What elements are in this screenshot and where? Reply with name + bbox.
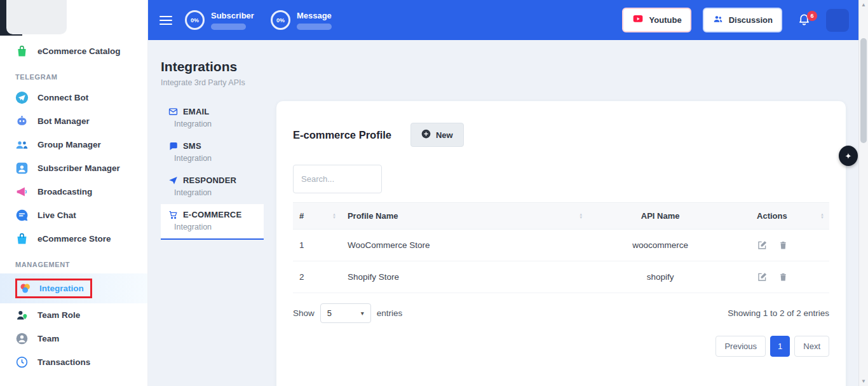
message-stat: 0% Message [271,10,332,30]
robot-icon [15,114,29,128]
column-header-profile-name[interactable]: Profile Name ▲▼ [341,203,588,230]
responder-icon [168,176,178,185]
table-header-row: # ▲▼ Profile Name ▲▼ API Name [293,203,829,230]
megaphone-icon [15,185,29,198]
sidebar-item-label: Transactions [37,357,90,367]
sidebar-item-live-chat[interactable]: Live Chat [0,203,147,227]
integration-menu-item-responder[interactable]: RESPONDER Integration [161,170,264,204]
page-size-select[interactable]: 5 ▾ [320,303,371,323]
youtube-button[interactable]: Youtube [622,8,691,32]
page-size-value: 5 [327,308,332,318]
previous-page-button[interactable]: Previous [715,336,766,357]
integration-menu-item-ecommerce[interactable]: E-COMMERCE Integration [161,204,264,240]
notification-bell[interactable]: 6 [797,12,811,28]
sidebar-item-ecommerce-catalog[interactable]: eCommerce Catalog [0,39,147,63]
top-navbar: 0% Subscriber 0% Message Youtub [148,0,868,40]
pagination: Previous 1 Next [293,336,829,357]
new-button-label: New [436,130,453,140]
row-actions [733,230,829,261]
logo[interactable] [6,0,67,34]
scroll-up-arrow-icon[interactable]: ▲ [859,2,868,8]
column-header-num[interactable]: # ▲▼ [293,203,341,230]
row-api-name: woocommerce [588,230,733,261]
annotation-highlight: Integration [15,279,92,298]
current-page-button[interactable]: 1 [770,336,790,357]
plus-circle-icon [421,129,431,141]
chat-icon [15,209,29,222]
sidebar-item-group-manager[interactable]: Group Manager [0,133,147,156]
sidebar-item-team[interactable]: Team [0,327,147,350]
row-actions [733,261,829,293]
showing-entries-text: Showing 1 to 2 of 2 entries [728,308,829,318]
sidebar-item-label: eCommerce Store [37,234,111,244]
avatar[interactable] [826,9,849,32]
row-api-name: shopify [588,261,733,293]
sidebar-item-label: Live Chat [37,210,76,220]
table-row: 1 WooCommerce Store woocommerce [293,230,829,261]
email-icon [168,107,178,116]
sort-icon[interactable]: ▲▼ [332,213,336,219]
youtube-button-label: Youtube [649,15,682,25]
scrollbar-thumb[interactable] [860,38,867,143]
app-root: eCommerce Catalog TELEGRAM Connect Bot B… [0,0,868,386]
page-size-control: Show 5 ▾ entries [293,303,402,323]
delete-icon[interactable] [778,240,789,251]
column-header-label: Profile Name [348,211,398,221]
edit-icon[interactable] [757,272,768,282]
sidebar-item-broadcasting[interactable]: Broadcasting [0,180,147,203]
page-subtitle: Integrate 3rd Party APIs [161,78,846,87]
scroll-down-arrow-icon[interactable]: ▼ [859,378,868,384]
sidebar-section-management: MANAGEMENT [15,261,147,268]
notification-badge: 6 [807,11,817,21]
message-stat-placeholder [297,24,332,30]
sidebar-item-ecommerce-store[interactable]: eCommerce Store [0,227,147,251]
subscriber-progress-ring: 0% [185,10,205,30]
sidebar: eCommerce Catalog TELEGRAM Connect Bot B… [0,0,148,386]
profiles-table: # ▲▼ Profile Name ▲▼ API Name [293,202,829,293]
column-header-label: Actions [757,211,787,221]
column-header-actions[interactable]: Actions ▲▼ [733,203,829,230]
logo-area [0,0,147,39]
integration-menu-label: RESPONDER [183,176,236,185]
next-page-button[interactable]: Next [794,336,829,357]
edit-icon[interactable] [757,240,768,251]
integration-menu-sublabel: Integration [174,154,256,163]
page-title: Integrations [161,59,846,74]
sidebar-item-connect-bot[interactable]: Connect Bot [0,86,147,109]
integration-menu-item-sms[interactable]: SMS Integration [161,135,264,170]
sidebar-item-label: Broadcasting [37,187,92,196]
sidebar-item-subscriber-manager[interactable]: Subscriber Manager [0,156,147,180]
sidebar-section-telegram: TELEGRAM [15,73,147,81]
team-icon [15,332,29,345]
integration-menu-sublabel: Integration [174,223,256,231]
sidebar-item-transactions[interactable]: Transactions [0,350,147,374]
sidebar-item-label: Connect Bot [37,93,88,102]
sidebar-item-team-role[interactable]: Team Role [0,303,147,327]
sidebar-item-label: Group Manager [37,140,101,149]
discussion-button[interactable]: Discussion [703,8,782,32]
column-header-api-name[interactable]: API Name [588,203,733,230]
ai-assistant-button[interactable]: ✦ [839,146,858,166]
integration-menu-sublabel: Integration [174,188,256,197]
subscriber-stat-placeholder [211,24,246,30]
search-input[interactable] [293,165,382,193]
new-profile-button[interactable]: New [410,123,464,147]
telegram-plane-icon [15,91,29,104]
sidebar-item-label: Bot Manager [37,116,90,126]
sidebar-item-bot-manager[interactable]: Bot Manager [0,109,147,133]
integration-menu-item-email[interactable]: EMAIL Integration [161,101,264,135]
integration-menu-label: EMAIL [183,107,209,116]
vertical-scrollbar[interactable]: ▲ ▼ [858,0,868,386]
sort-icon[interactable]: ▲▼ [820,213,824,219]
hamburger-menu-icon[interactable] [159,16,172,25]
sidebar-item-label: Integration [39,284,84,293]
sms-icon [168,141,178,151]
ecommerce-profile-card: E-commerce Profile New [276,101,846,386]
content-area: Integrations Integrate 3rd Party APIs EM… [148,40,868,386]
delete-icon[interactable] [778,272,789,282]
sidebar-item-label: Team [37,334,59,343]
sort-icon[interactable]: ▲▼ [579,213,583,219]
sidebar-item-integration[interactable]: Integration [0,273,147,303]
show-label: Show [293,308,315,318]
cart-icon [168,210,178,219]
